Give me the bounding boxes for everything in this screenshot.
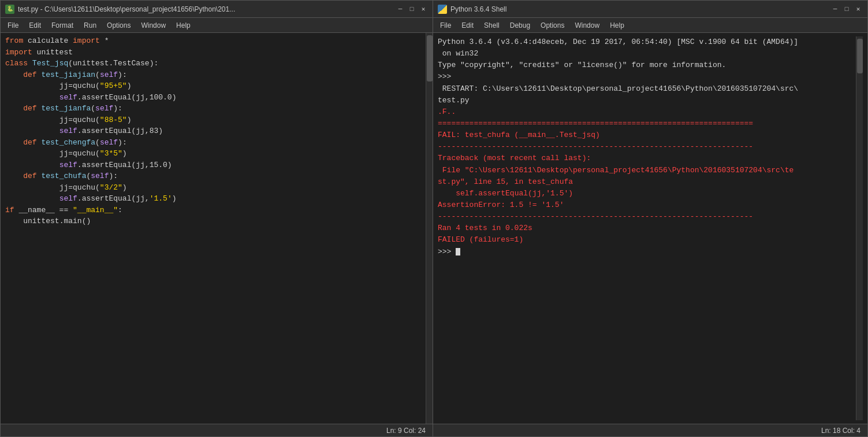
shell-icon — [438, 5, 447, 14]
shell-line: FAILED (failures=1) — [438, 234, 856, 246]
code-token: test_jianfa — [41, 104, 91, 113]
editor-scrollbar[interactable] — [426, 33, 433, 424]
shell-line: ========================================… — [438, 118, 856, 129]
shell-menu-window[interactable]: Window — [570, 20, 604, 31]
code-token: ) — [172, 194, 177, 203]
editor-content[interactable]: from calculate import *import unittestcl… — [1, 33, 433, 424]
code-token: .assertEqual(jj,83) — [77, 127, 163, 135]
code-line: def test_jiajian(self): — [5, 69, 421, 81]
code-token: jj=quchu( — [59, 82, 100, 90]
shell-menu-edit[interactable]: Edit — [457, 20, 478, 31]
shell-minimize-btn[interactable]: ─ — [830, 5, 840, 14]
code-token: self — [100, 71, 118, 79]
code-token: ) — [127, 116, 132, 124]
shell-output-area[interactable]: Python 3.6.4 (v3.6.4:d48eceb, Dec 19 201… — [438, 36, 856, 420]
shell-window: Python 3.6.4 Shell ─ □ ✕ File Edit Shell… — [433, 0, 868, 437]
code-token: * — [100, 36, 109, 45]
shell-close-btn[interactable]: ✕ — [854, 5, 863, 14]
shell-line: st.py", line 15, in test_chufa — [438, 176, 856, 188]
editor-code-area[interactable]: from calculate import *import unittestcl… — [1, 33, 426, 424]
code-token: ): — [113, 104, 122, 113]
shell-line: RESTART: C:\Users\12611\Desktop\personal… — [438, 83, 856, 95]
shell-window-controls: ─ □ ✕ — [830, 5, 863, 14]
code-token: def — [23, 104, 36, 113]
shell-menu-options[interactable]: Options — [536, 20, 569, 31]
shell-menu-debug[interactable]: Debug — [505, 20, 535, 31]
shell-restore-btn[interactable]: □ — [842, 5, 851, 14]
code-line: unittest.main() — [5, 216, 421, 227]
code-line: from calculate import * — [5, 35, 421, 47]
code-token: .assertEqual(jj, — [77, 194, 150, 203]
shell-line: .F.. — [438, 106, 856, 118]
shell-statusbar: Ln: 18 Col: 4 — [433, 424, 867, 436]
shell-menubar: File Edit Shell Debug Options Window Hel… — [433, 18, 867, 33]
code-token: def — [23, 138, 36, 147]
code-line: jj=quchu("3*5") — [5, 148, 421, 160]
code-token: self — [91, 172, 109, 180]
editor-menu-window[interactable]: Window — [136, 20, 170, 31]
shell-titlebar-left: Python 3.6.4 Shell — [438, 5, 506, 14]
code-line: self.assertEqual(jj,15.0) — [5, 160, 421, 171]
code-token: def — [23, 71, 36, 79]
code-token: self — [59, 127, 77, 135]
shell-line: on win32 — [438, 48, 856, 60]
shell-menu-file[interactable]: File — [435, 20, 456, 31]
code-token: __name__ == — [14, 206, 73, 214]
shell-line: Ran 4 tests in 0.022s — [438, 223, 856, 234]
editor-minimize-btn[interactable]: ─ — [396, 5, 405, 14]
code-token: '1.5' — [150, 194, 172, 203]
code-token: jj=quchu( — [59, 183, 100, 192]
code-line: self.assertEqual(jj,'1.5') — [5, 193, 421, 205]
code-token: ): — [109, 172, 118, 180]
shell-line: self.assertEqual(jj,'1.5') — [438, 188, 856, 199]
code-token: ): — [118, 71, 127, 79]
code-line: self.assertEqual(jj,100.0) — [5, 92, 421, 103]
editor-icon: 🐍 — [5, 5, 14, 14]
code-token: ) — [122, 149, 127, 158]
editor-menu-edit[interactable]: Edit — [24, 20, 46, 31]
code-line: jj=quchu("95+5") — [5, 80, 421, 92]
code-line: self.assertEqual(jj,83) — [5, 125, 421, 137]
shell-titlebar: Python 3.6.4 Shell ─ □ ✕ — [433, 1, 867, 18]
code-token: "95+5" — [100, 82, 127, 90]
editor-menu-format[interactable]: Format — [47, 20, 78, 31]
code-line: class Test_jsq(unittest.TestCase): — [5, 58, 421, 69]
code-token: .assertEqual(jj,100.0) — [77, 93, 177, 102]
shell-menu-shell[interactable]: Shell — [479, 20, 504, 31]
editor-menu-file[interactable]: File — [3, 20, 23, 31]
editor-close-btn[interactable]: ✕ — [419, 5, 428, 14]
shell-scrollbar[interactable] — [856, 36, 863, 420]
editor-menu-options[interactable]: Options — [102, 20, 135, 31]
code-token: Test_jsq — [32, 59, 68, 68]
editor-menu-run[interactable]: Run — [79, 20, 101, 31]
shell-line: Python 3.6.4 (v3.6.4:d48eceb, Dec 19 201… — [438, 36, 856, 48]
code-line: if __name__ == "__main__": — [5, 205, 421, 216]
shell-title: Python 3.6.4 Shell — [450, 5, 506, 13]
shell-line: Traceback (most recent call last): — [438, 153, 856, 164]
code-line: jj=quchu("88-5") — [5, 114, 421, 126]
shell-menu-help[interactable]: Help — [605, 20, 629, 31]
editor-restore-btn[interactable]: □ — [407, 5, 416, 14]
editor-window-controls: ─ □ ✕ — [396, 5, 428, 14]
code-token: "88-5" — [100, 116, 127, 124]
shell-line: ----------------------------------------… — [438, 141, 856, 153]
editor-menubar: File Edit Format Run Options Window Help — [1, 18, 433, 33]
shell-content[interactable]: Python 3.6.4 (v3.6.4:d48eceb, Dec 19 201… — [433, 33, 867, 424]
code-token: : — [118, 206, 122, 214]
shell-cursor-pos: Ln: 18 Col: 4 — [821, 427, 860, 435]
code-token: .assertEqual(jj,15.0) — [77, 161, 172, 169]
code-token: self — [59, 93, 77, 102]
editor-titlebar: 🐍 test.py - C:\Users\12611\Desktop\perso… — [1, 1, 433, 18]
python-app-icon — [438, 5, 447, 14]
code-line: def test_jianfa(self): — [5, 103, 421, 114]
shell-line: ----------------------------------------… — [438, 211, 856, 223]
code-token: test_chengfa — [41, 138, 95, 147]
shell-line: FAIL: test_chufa (__main__.Test_jsq) — [438, 129, 856, 141]
code-token: from — [5, 36, 23, 45]
code-line: import unittest — [5, 47, 421, 58]
code-line: def test_chengfa(self): — [5, 137, 421, 149]
editor-menu-help[interactable]: Help — [172, 20, 195, 31]
code-token: def — [23, 172, 36, 180]
shell-cursor-blink — [456, 248, 460, 255]
code-token: self — [100, 138, 118, 147]
